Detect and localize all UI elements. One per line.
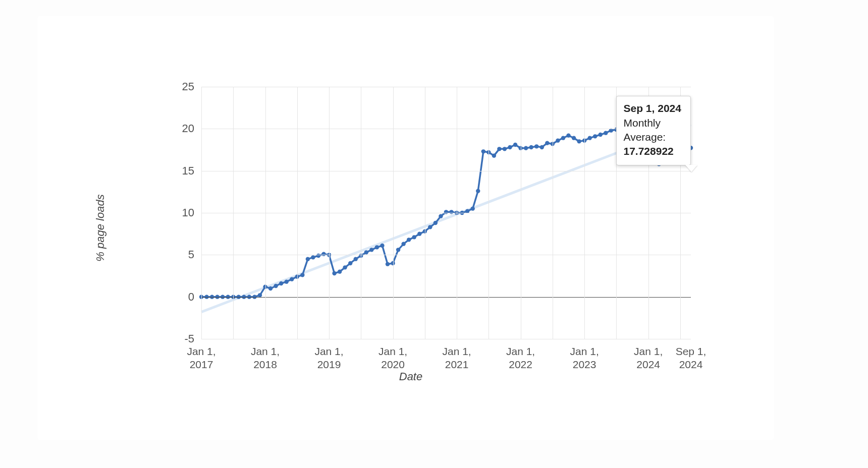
svg-point-62 [524, 146, 528, 150]
tooltip-value-row: Monthly Average: 17.728922 [624, 116, 684, 159]
x-tick: Jan 1,2017 [187, 345, 215, 372]
svg-point-41 [412, 235, 416, 239]
svg-point-16 [279, 281, 283, 285]
svg-point-35 [380, 244, 384, 248]
svg-point-74 [587, 136, 591, 140]
svg-point-24 [321, 252, 326, 256]
gridline-v [553, 87, 553, 339]
x-tick: Sep 1,2024 [676, 345, 707, 372]
y-tick: 20 [182, 122, 194, 135]
chart-area: Sep 1, 2024 Monthly Average: 17.728922 -… [118, 77, 703, 384]
gridline-v [489, 87, 489, 339]
svg-point-58 [503, 147, 507, 151]
svg-point-72 [577, 139, 581, 143]
plot-area[interactable]: Sep 1, 2024 Monthly Average: 17.728922 -… [201, 87, 691, 339]
svg-point-17 [285, 279, 289, 283]
y-axis-label: % page loads [94, 194, 107, 261]
tooltip-value: 17.728922 [624, 145, 674, 157]
gridline-h [201, 255, 691, 255]
svg-point-60 [513, 143, 517, 147]
y-tick: 0 [188, 290, 194, 304]
svg-point-71 [572, 136, 576, 140]
gridline-v [233, 87, 234, 339]
svg-point-36 [386, 262, 390, 266]
svg-point-52 [471, 206, 475, 210]
svg-point-29 [348, 261, 352, 265]
gridline-v [329, 87, 330, 339]
svg-point-53 [476, 189, 480, 193]
gridline-v [457, 87, 457, 339]
svg-point-30 [354, 257, 358, 261]
svg-point-22 [311, 255, 315, 259]
svg-point-66 [545, 141, 549, 145]
y-tick: 5 [188, 248, 194, 261]
svg-point-46 [439, 214, 443, 218]
x-tick: Jan 1,2021 [442, 345, 471, 372]
svg-point-68 [556, 138, 560, 142]
gridline-v [201, 87, 202, 339]
chart-card: % page loads Sep 1, 2024 Monthly Average… [37, 16, 774, 440]
svg-point-32 [364, 250, 368, 254]
svg-point-65 [540, 145, 544, 149]
gridline-v [393, 87, 394, 339]
svg-point-39 [401, 242, 405, 246]
zero-axis [201, 297, 691, 298]
svg-point-64 [534, 144, 538, 148]
svg-point-70 [566, 133, 570, 137]
svg-point-34 [375, 245, 379, 249]
x-tick: Jan 1,2018 [251, 345, 280, 372]
svg-point-75 [593, 134, 597, 138]
y-tick: 10 [182, 206, 194, 219]
svg-point-69 [561, 136, 565, 140]
svg-point-59 [508, 145, 512, 149]
x-tick: Jan 1,2024 [634, 345, 663, 372]
svg-point-38 [396, 248, 400, 252]
gridline-v [265, 87, 266, 339]
svg-point-76 [599, 133, 603, 137]
svg-point-26 [332, 271, 336, 275]
svg-point-77 [604, 131, 608, 135]
gridline-v [297, 87, 298, 339]
gridline-v [584, 87, 585, 339]
gridline-v [521, 87, 521, 339]
svg-point-14 [268, 286, 273, 290]
tooltip-series-label: Monthly Average: [624, 117, 666, 143]
svg-point-56 [492, 153, 496, 157]
gridline-v [361, 87, 361, 339]
svg-point-54 [481, 149, 485, 153]
svg-point-20 [300, 273, 304, 277]
svg-point-48 [449, 210, 453, 214]
svg-point-27 [338, 269, 342, 273]
svg-point-42 [417, 231, 421, 236]
x-tick: Jan 1,2020 [378, 345, 407, 372]
x-tick: Jan 1,2022 [506, 345, 535, 372]
tooltip-date: Sep 1, 2024 [624, 101, 684, 115]
data-tooltip: Sep 1, 2024 Monthly Average: 17.728922 [616, 96, 691, 165]
svg-point-45 [433, 221, 438, 225]
svg-point-33 [369, 248, 373, 252]
y-tick: 25 [182, 80, 194, 93]
svg-point-15 [274, 284, 278, 288]
gridline-h [201, 213, 691, 213]
svg-point-57 [497, 147, 501, 151]
x-tick: Jan 1,2023 [570, 345, 599, 372]
svg-point-63 [529, 145, 533, 149]
gridline-h [201, 339, 691, 339]
page-root: % page loads Sep 1, 2024 Monthly Average… [0, 0, 868, 468]
svg-point-21 [306, 257, 310, 261]
tooltip-pointer-icon [685, 165, 697, 172]
gridline-h [201, 87, 691, 87]
y-tick: -5 [184, 332, 194, 345]
svg-point-18 [290, 277, 294, 281]
y-tick: 15 [182, 164, 194, 178]
svg-point-47 [444, 210, 448, 214]
gridline-v [425, 87, 425, 339]
gridline-h [201, 171, 691, 171]
svg-point-44 [428, 225, 432, 229]
svg-point-28 [343, 265, 347, 269]
x-axis-label: Date [118, 370, 703, 383]
x-tick: Jan 1,2019 [314, 345, 343, 372]
svg-point-23 [316, 254, 320, 258]
svg-point-40 [407, 238, 411, 242]
